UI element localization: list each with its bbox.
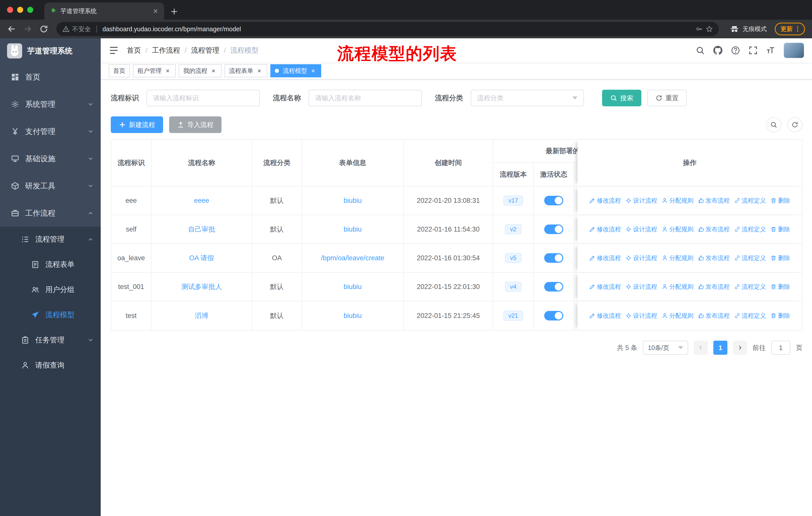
sidebar-item-infrastructure[interactable]: 基础设施 — [0, 145, 101, 172]
user-avatar[interactable] — [784, 43, 804, 58]
address-bar[interactable]: 不安全 dashboard.yudao.iocoder.cn/bpm/manag… — [56, 22, 719, 36]
search-icon[interactable] — [696, 46, 705, 55]
tag-process-form[interactable]: 流程表单× — [225, 64, 267, 77]
active-toggle[interactable] — [544, 224, 563, 234]
next-page-button[interactable] — [733, 341, 747, 355]
search-button[interactable]: 搜索 — [602, 90, 641, 106]
goto-page-input[interactable] — [771, 341, 790, 355]
process-definition-link[interactable]: 流程定义 — [734, 225, 766, 233]
tag-close-icon[interactable]: × — [210, 67, 217, 74]
edit-process-link[interactable]: 修改流程 — [589, 283, 621, 291]
sidebar-item-system[interactable]: 系统管理 — [0, 91, 101, 118]
tag-close-icon[interactable]: × — [164, 67, 171, 74]
design-process-link[interactable]: 设计流程 — [626, 225, 657, 233]
sidebar-item-payment[interactable]: 支付管理 — [0, 118, 101, 145]
delete-link[interactable]: 删除 — [771, 196, 790, 205]
tag-close-icon[interactable]: × — [256, 67, 263, 74]
form-info-link[interactable]: biubiu — [344, 225, 362, 233]
publish-process-link[interactable]: 发布流程 — [698, 196, 730, 205]
form-info-link[interactable]: /bpm/oa/leave/create — [321, 254, 384, 262]
back-icon[interactable] — [5, 22, 18, 35]
process-definition-link[interactable]: 流程定义 — [734, 196, 766, 205]
process-name-link[interactable]: 滔博 — [195, 311, 208, 320]
process-definition-link[interactable]: 流程定义 — [734, 283, 766, 291]
new-tab-button[interactable] — [170, 7, 178, 16]
update-button[interactable]: 更新 — [775, 23, 805, 35]
menu-dots-icon[interactable] — [794, 25, 801, 32]
sidebar-item-process-form[interactable]: 流程表单 — [0, 252, 101, 277]
edit-process-link[interactable]: 修改流程 — [589, 254, 621, 262]
reload-icon[interactable] — [37, 22, 50, 35]
font-size-icon[interactable] — [766, 46, 775, 55]
hamburger-icon[interactable] — [109, 45, 119, 55]
design-process-link[interactable]: 设计流程 — [626, 283, 657, 291]
form-info-link[interactable]: biubiu — [344, 312, 362, 320]
assign-rule-link[interactable]: 分配规则 — [662, 312, 693, 320]
fullscreen-icon[interactable] — [749, 46, 758, 55]
delete-link[interactable]: 删除 — [771, 254, 790, 262]
design-process-link[interactable]: 设计流程 — [626, 196, 657, 205]
bookmark-star-icon[interactable] — [706, 25, 713, 32]
sidebar-item-process-model[interactable]: 流程模型 — [0, 302, 101, 328]
sidebar-item-task-manage[interactable]: 任务管理 — [0, 328, 101, 353]
sidebar-item-leave-query[interactable]: 请假查询 — [0, 353, 101, 378]
active-toggle[interactable] — [544, 253, 563, 263]
process-definition-link[interactable]: 流程定义 — [734, 312, 766, 320]
breadcrumb-process-manage[interactable]: 流程管理 — [191, 46, 220, 55]
help-icon[interactable] — [731, 46, 740, 55]
assign-rule-link[interactable]: 分配规则 — [662, 225, 693, 233]
tag-my-process[interactable]: 我的流程× — [179, 64, 222, 77]
process-name-link[interactable]: 自己审批 — [188, 225, 215, 234]
design-process-link[interactable]: 设计流程 — [626, 312, 657, 320]
forward-icon[interactable] — [21, 22, 34, 35]
tag-process-model[interactable]: 流程模型× — [270, 64, 321, 77]
search-toggle-button[interactable] — [766, 117, 781, 132]
form-info-link[interactable]: biubiu — [344, 283, 362, 291]
process-name-link[interactable]: OA 请假 — [189, 253, 214, 263]
security-chip[interactable]: 不安全 — [62, 25, 91, 33]
edit-process-link[interactable]: 修改流程 — [589, 196, 621, 205]
edit-process-link[interactable]: 修改流程 — [589, 312, 621, 320]
process-name-input[interactable] — [309, 90, 422, 106]
assign-rule-link[interactable]: 分配规则 — [662, 283, 693, 291]
form-info-link[interactable]: biubiu — [344, 197, 362, 205]
breadcrumb-workflow[interactable]: 工作流程 — [152, 46, 180, 55]
publish-process-link[interactable]: 发布流程 — [698, 283, 730, 291]
zoom-window-button[interactable] — [27, 7, 33, 13]
close-window-button[interactable] — [7, 7, 13, 13]
active-toggle[interactable] — [544, 282, 563, 292]
active-toggle[interactable] — [544, 196, 563, 205]
publish-process-link[interactable]: 发布流程 — [698, 312, 730, 320]
delete-link[interactable]: 删除 — [771, 225, 790, 233]
publish-process-link[interactable]: 发布流程 — [698, 225, 730, 233]
tag-tenant-manage[interactable]: 租户管理× — [133, 64, 176, 77]
sidebar-item-devtools[interactable]: 研发工具 — [0, 172, 101, 199]
publish-process-link[interactable]: 发布流程 — [698, 254, 730, 262]
page-size-select[interactable]: 10条/页 — [643, 341, 688, 355]
github-icon[interactable] — [713, 46, 722, 55]
sidebar-item-user-group[interactable]: 用户分组 — [0, 277, 101, 302]
import-process-button[interactable]: 导入流程 — [169, 116, 222, 133]
design-process-link[interactable]: 设计流程 — [626, 254, 657, 262]
password-key-icon[interactable] — [696, 25, 703, 32]
tag-home[interactable]: 首页 — [109, 64, 130, 77]
active-toggle[interactable] — [544, 311, 563, 321]
delete-link[interactable]: 删除 — [771, 312, 790, 320]
reset-button[interactable]: 重置 — [647, 90, 687, 106]
refresh-table-button[interactable] — [787, 117, 803, 132]
sidebar-item-workflow[interactable]: 工作流程 — [0, 199, 101, 227]
edit-process-link[interactable]: 修改流程 — [589, 225, 621, 233]
process-name-link[interactable]: eeee — [194, 197, 209, 205]
sidebar-item-process-manage[interactable]: 流程管理 — [0, 227, 101, 252]
assign-rule-link[interactable]: 分配规则 — [662, 196, 693, 205]
tag-close-icon[interactable]: × — [310, 67, 317, 74]
url-text[interactable]: dashboard.yudao.iocoder.cn/bpm/manager/m… — [103, 25, 693, 33]
minimize-window-button[interactable] — [17, 7, 23, 13]
process-key-input[interactable] — [146, 90, 260, 106]
prev-page-button[interactable] — [694, 341, 708, 355]
sidebar-item-home[interactable]: 首页 — [0, 63, 101, 91]
delete-link[interactable]: 删除 — [771, 283, 790, 291]
process-name-link[interactable]: 测试多审批人 — [181, 282, 222, 291]
current-page[interactable]: 1 — [713, 341, 727, 355]
category-select[interactable]: 流程分类 — [471, 90, 584, 106]
